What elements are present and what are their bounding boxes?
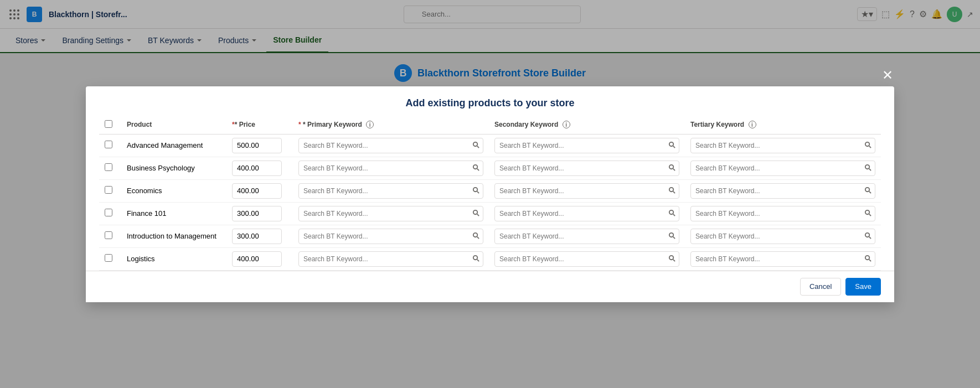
- secondary-keyword-cell: [489, 157, 685, 179]
- secondary-keyword-column-header: Secondary Keyword i: [489, 116, 685, 134]
- modal-header: Add existing products to your store: [86, 86, 894, 116]
- tertiary-keyword-wrapper-4: [690, 229, 875, 244]
- price-column-header: ** Price: [226, 116, 293, 134]
- tertiary-keyword-cell: [685, 202, 881, 225]
- secondary-keyword-cell: [489, 134, 685, 157]
- tertiary-keyword-input-4[interactable]: [690, 229, 875, 244]
- cancel-button[interactable]: Cancel: [800, 278, 841, 296]
- secondary-keyword-cell: [489, 247, 685, 270]
- tertiary-keyword-cell: [685, 179, 881, 202]
- secondary-keyword-input-4[interactable]: [494, 229, 679, 244]
- row-checkbox-cell: [99, 202, 121, 225]
- table-header-row: Product ** Price * * Primary Keyword i S…: [99, 116, 881, 134]
- primary-keyword-wrapper-4: [298, 229, 483, 244]
- product-name-cell: Logistics: [121, 247, 226, 270]
- tertiary-keyword-input-0[interactable]: [690, 138, 875, 153]
- modal-footer: Cancel Save: [86, 271, 894, 302]
- save-button[interactable]: Save: [845, 278, 881, 296]
- primary-keyword-wrapper-2: [298, 183, 483, 199]
- secondary-keyword-input-2[interactable]: [494, 183, 679, 199]
- primary-keyword-column-header: * * Primary Keyword i: [293, 116, 489, 134]
- secondary-keyword-cell: [489, 179, 685, 202]
- price-cell: [226, 179, 293, 202]
- product-name: Introduction to Management: [127, 232, 216, 240]
- price-input-5[interactable]: [232, 251, 282, 267]
- products-table-body: Advanced Management: [99, 134, 881, 270]
- table-row: Economics: [99, 179, 881, 202]
- select-all-checkbox[interactable]: [105, 120, 112, 128]
- product-name-cell: Business Psychology: [121, 157, 226, 179]
- price-required-star: *: [232, 121, 235, 128]
- primary-keyword-cell: [293, 179, 489, 202]
- price-cell: [226, 202, 293, 225]
- primary-keyword-input-5[interactable]: [298, 251, 483, 267]
- product-name: Finance 101: [127, 209, 167, 218]
- tertiary-keyword-wrapper-3: [690, 206, 875, 221]
- table-row: Logistics: [99, 247, 881, 270]
- primary-keyword-input-2[interactable]: [298, 183, 483, 199]
- product-checkbox-4[interactable]: [105, 231, 112, 239]
- product-name: Logistics: [127, 255, 155, 263]
- price-cell: [226, 225, 293, 247]
- row-checkbox-cell: [99, 179, 121, 202]
- row-checkbox-cell: [99, 134, 121, 157]
- product-checkbox-1[interactable]: [105, 163, 112, 171]
- secondary-keyword-cell: [489, 202, 685, 225]
- tertiary-keyword-input-2[interactable]: [690, 183, 875, 199]
- secondary-keyword-input-5[interactable]: [494, 251, 679, 267]
- tertiary-keyword-input-5[interactable]: [690, 251, 875, 267]
- product-name-cell: Finance 101: [121, 202, 226, 225]
- secondary-keyword-wrapper-2: [494, 183, 679, 199]
- modal-close-button[interactable]: ✕: [880, 68, 895, 83]
- primary-required-star: *: [298, 121, 301, 128]
- tertiary-keyword-column-header: Tertiary Keyword i: [685, 116, 881, 134]
- price-input-2[interactable]: [232, 183, 282, 199]
- tertiary-keyword-wrapper-5: [690, 251, 875, 267]
- tertiary-keyword-wrapper-1: [690, 161, 875, 176]
- primary-keyword-cell: [293, 247, 489, 270]
- price-input-0[interactable]: [232, 138, 282, 153]
- secondary-keyword-input-3[interactable]: [494, 206, 679, 221]
- row-checkbox-cell: [99, 157, 121, 179]
- primary-keyword-input-0[interactable]: [298, 138, 483, 153]
- primary-keyword-wrapper-3: [298, 206, 483, 221]
- select-all-header: [99, 116, 121, 134]
- secondary-keyword-input-1[interactable]: [494, 161, 679, 176]
- primary-keyword-input-1[interactable]: [298, 161, 483, 176]
- tertiary-keyword-cell: [685, 247, 881, 270]
- secondary-keyword-wrapper-4: [494, 229, 679, 244]
- tertiary-keyword-cell: [685, 157, 881, 179]
- primary-keyword-input-3[interactable]: [298, 206, 483, 221]
- row-checkbox-cell: [99, 225, 121, 247]
- product-selection-modal: ✕ Add existing products to your store Pr…: [86, 86, 894, 302]
- price-input-1[interactable]: [232, 161, 282, 176]
- product-checkbox-3[interactable]: [105, 209, 112, 216]
- products-table: Product ** Price * * Primary Keyword i S…: [99, 116, 881, 271]
- primary-keyword-cell: [293, 202, 489, 225]
- product-checkbox-5[interactable]: [105, 254, 112, 262]
- secondary-keyword-wrapper-3: [494, 206, 679, 221]
- table-row: Finance 101: [99, 202, 881, 225]
- tertiary-keyword-wrapper-0: [690, 138, 875, 153]
- tertiary-keyword-cell: [685, 134, 881, 157]
- price-input-4[interactable]: [232, 229, 282, 244]
- primary-keyword-input-4[interactable]: [298, 229, 483, 244]
- table-row: Advanced Management: [99, 134, 881, 157]
- tertiary-keyword-cell: [685, 225, 881, 247]
- primary-keyword-info-icon[interactable]: i: [366, 121, 374, 128]
- price-input-3[interactable]: [232, 206, 282, 221]
- tertiary-keyword-info-icon[interactable]: i: [749, 121, 756, 128]
- secondary-keyword-info-icon[interactable]: i: [563, 121, 570, 128]
- product-name: Economics: [127, 187, 162, 195]
- tertiary-keyword-wrapper-2: [690, 183, 875, 199]
- product-checkbox-2[interactable]: [105, 186, 112, 194]
- tertiary-keyword-input-1[interactable]: [690, 161, 875, 176]
- primary-keyword-wrapper-1: [298, 161, 483, 176]
- table-row: Business Psychology: [99, 157, 881, 179]
- product-checkbox-0[interactable]: [105, 141, 112, 148]
- primary-keyword-cell: [293, 157, 489, 179]
- primary-keyword-wrapper-5: [298, 251, 483, 267]
- tertiary-keyword-input-3[interactable]: [690, 206, 875, 221]
- table-row: Introduction to Management: [99, 225, 881, 247]
- secondary-keyword-input-0[interactable]: [494, 138, 679, 153]
